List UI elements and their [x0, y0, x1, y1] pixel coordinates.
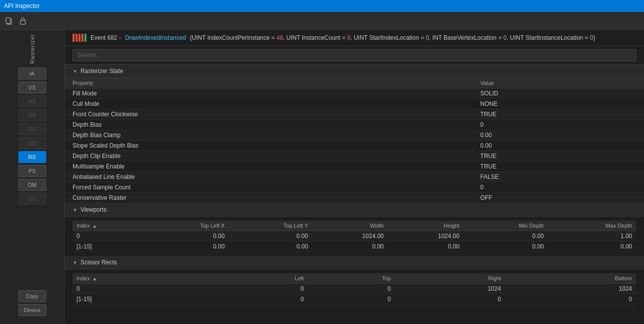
color-seg-3: [79, 34, 80, 42]
prop-property: Antialiased Line Enable: [65, 172, 473, 182]
sr-left: 0: [219, 294, 308, 305]
vp-col-height[interactable]: Height: [388, 221, 463, 231]
stage-btn-gs[interactable]: GS: [18, 123, 46, 135]
copy-toolbar-icon[interactable]: [4, 16, 14, 26]
prop-value: 0: [473, 182, 644, 193]
vp-col-index[interactable]: Index ▲: [73, 221, 145, 231]
copy-button[interactable]: Copy: [18, 290, 46, 302]
stage-btn-so[interactable]: SO: [18, 137, 46, 149]
rasterizer-state-header[interactable]: ▼ Rasterizer State: [65, 65, 644, 78]
stage-btn-rs[interactable]: RS: [18, 151, 46, 163]
table-row: Front Counter ClockwiseTRUE: [65, 109, 644, 120]
content-area[interactable]: Event 682 - DrawIndexedInstanced (UINT I…: [65, 30, 644, 324]
sidebar: Rasterizer IA VS HS DS GS SO RS PS OM CS…: [0, 30, 65, 324]
prop-property: Depth Bias Clamp: [65, 130, 473, 141]
prop-value: TRUE: [473, 109, 644, 120]
table-row: 0 0.00 0.00 1024.00 1024.00 0.00 1.00: [73, 231, 636, 242]
vp-mindepth: 0.00: [464, 231, 548, 242]
stage-btn-vs[interactable]: VS: [18, 81, 46, 93]
table-row: [1-15] 0 0 0 0: [73, 294, 636, 305]
vp-width: 0.00: [312, 242, 388, 252]
table-row: Antialiased Line EnableFALSE: [65, 172, 644, 182]
vp-height: 1024.00: [388, 231, 463, 242]
scissor-rects-header[interactable]: ▼ Scissor Rects: [65, 256, 644, 269]
event-params: (UINT IndexCountPerInstance = 48, UINT I…: [190, 34, 595, 41]
color-seg-4: [81, 34, 83, 42]
vp-index: [1-15]: [73, 242, 145, 252]
viewports-collapse-arrow: ▼: [73, 207, 78, 213]
viewports-table: Index ▲ Top Left X Top Left Y Width Heig…: [73, 221, 636, 252]
vp-col-mindepth[interactable]: Min Depth: [464, 221, 548, 231]
table-row: Cull ModeNONE: [65, 99, 644, 109]
sr-index: [1-15]: [73, 294, 219, 305]
svg-rect-2: [20, 20, 25, 24]
scissor-collapse-arrow: ▼: [73, 260, 78, 265]
prop-property: Conservative Raster: [65, 193, 473, 203]
param-base-vertex: 0: [503, 34, 507, 41]
stage-btn-ds[interactable]: DS: [18, 109, 46, 121]
viewports-header[interactable]: ▼ Viewports: [65, 203, 644, 217]
event-header: Event 682 - DrawIndexedInstanced (UINT I…: [65, 30, 644, 46]
device-button[interactable]: Device: [18, 304, 46, 316]
table-row: Multisample EnableTRUE: [65, 162, 644, 172]
vp-maxdepth: 0.00: [548, 242, 636, 252]
search-input[interactable]: [73, 49, 636, 61]
prop-col-value: Value: [473, 78, 644, 88]
scissor-rects-table: Index ▲ Left Top Right Bottom 0 0 0 1024…: [73, 273, 636, 305]
table-row: [1-15] 0.00 0.00 0.00 0.00 0.00 0.00: [73, 242, 636, 252]
lock-toolbar-icon[interactable]: [18, 16, 28, 26]
param-index-count: 48: [276, 34, 283, 41]
param-start-index: 0: [426, 34, 429, 41]
stage-btn-cs[interactable]: CS: [18, 193, 46, 205]
event-color-bar: [73, 34, 86, 42]
vp-col-toplefty[interactable]: Top Left Y: [229, 221, 312, 231]
table-row: Forced Sample Count0: [65, 182, 644, 193]
stage-btn-om[interactable]: OM: [18, 179, 46, 191]
stage-btn-hs[interactable]: HS: [18, 95, 46, 107]
event-number: Event 682 -: [90, 34, 121, 41]
vp-col-maxdepth[interactable]: Max Depth: [548, 221, 636, 231]
sr-left: 0: [219, 284, 308, 294]
prop-col-property: Property: [65, 78, 473, 88]
app-title: API Inspector: [4, 2, 40, 9]
viewports-section: ▼ Viewports Index ▲ Top Left X Top Left …: [65, 203, 644, 252]
sr-bottom: 0: [505, 294, 636, 305]
sr-col-index[interactable]: Index ▲: [73, 273, 219, 284]
prop-property: Cull Mode: [65, 99, 473, 109]
scissor-rects-section: ▼ Scissor Rects Index ▲ Left Top Right B…: [65, 256, 644, 305]
vp-col-topleftx[interactable]: Top Left X: [145, 221, 229, 231]
svg-rect-1: [6, 18, 10, 23]
event-function-link[interactable]: DrawIndexedInstanced: [125, 34, 186, 41]
prop-value: TRUE: [473, 151, 644, 162]
sr-index: 0: [73, 284, 219, 294]
prop-value: 0: [473, 120, 644, 130]
sr-col-top[interactable]: Top: [308, 273, 395, 284]
prop-property: Multisample Enable: [65, 162, 473, 172]
vp-index: 0: [73, 231, 145, 242]
stage-btn-ia[interactable]: IA: [18, 68, 46, 80]
prop-value: FALSE: [473, 172, 644, 182]
color-seg-1: [73, 34, 75, 42]
vp-maxdepth: 1.00: [548, 231, 636, 242]
vp-height: 0.00: [388, 242, 463, 252]
sidebar-label: Rasterizer: [29, 34, 35, 64]
prop-property: Front Counter Clockwise: [65, 109, 473, 120]
vp-topleftx: 0.00: [145, 231, 229, 242]
table-row: Slope Scaled Depth Bias0.00: [65, 141, 644, 151]
sr-col-left[interactable]: Left: [219, 273, 308, 284]
scissor-rects-title: Scissor Rects: [80, 259, 117, 266]
vp-col-width[interactable]: Width: [312, 221, 388, 231]
color-seg-5: [84, 34, 86, 42]
sidebar-bottom-actions: Copy Device: [18, 290, 46, 320]
table-row: Depth Bias Clamp0.00: [65, 130, 644, 141]
stage-btn-ps[interactable]: PS: [18, 165, 46, 177]
sr-right: 1024: [395, 284, 505, 294]
sr-top: 0: [308, 284, 395, 294]
sr-col-bottom[interactable]: Bottom: [505, 273, 636, 284]
param-instance-count: 9: [347, 34, 351, 41]
prop-value: 0.00: [473, 130, 644, 141]
sr-bottom: 1024: [505, 284, 636, 294]
sr-col-right[interactable]: Right: [395, 273, 505, 284]
table-row: Depth Bias0: [65, 120, 644, 130]
vp-mindepth: 0.00: [464, 242, 548, 252]
